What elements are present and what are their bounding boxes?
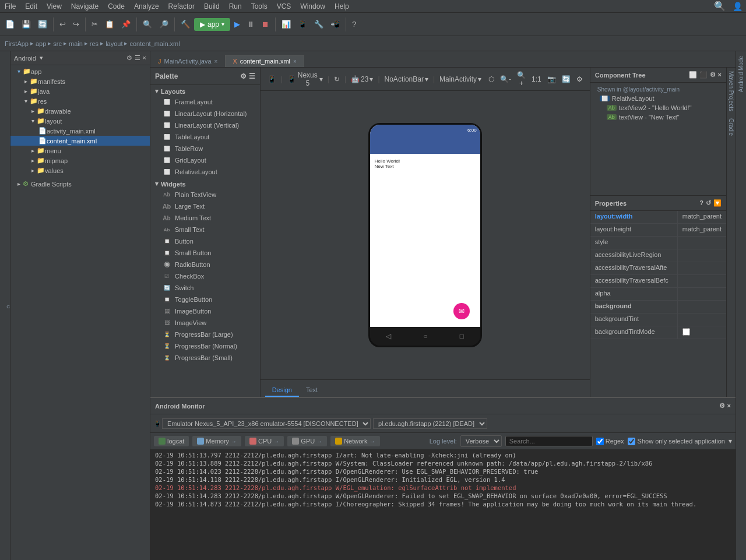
undo-btn[interactable]: ↩ <box>57 18 69 30</box>
palette-tablerow[interactable]: ⬜ TableRow <box>150 143 260 154</box>
prop-style[interactable]: style <box>590 237 726 249</box>
maven-projects-tab[interactable]: Maven Projects <box>727 68 736 115</box>
palette-relativelayout[interactable]: ⬜ RelativeLayout <box>150 166 260 178</box>
comp-item-textview2[interactable]: Ab textView2 - "Hello World!" <box>595 103 722 112</box>
palette-progressbar-normal[interactable]: ⏳ ProgressBar (Normal) <box>150 340 260 352</box>
stop-btn[interactable]: ⏹ <box>259 18 272 30</box>
find-btn[interactable]: 🔍 <box>140 18 155 30</box>
menu-view[interactable]: View <box>42 1 66 12</box>
show-only-checkbox[interactable] <box>628 438 635 445</box>
bc-layout[interactable]: layout <box>105 40 122 47</box>
comp-tree-close-icon[interactable]: × <box>718 71 722 79</box>
palette-radiobutton[interactable]: 🔘 RadioButton <box>150 259 260 270</box>
prop-layout-height[interactable]: layout:height match_parent <box>590 224 726 237</box>
close-tab-content-main[interactable]: × <box>293 58 297 65</box>
menu-navigate[interactable]: Navigate <box>66 1 103 12</box>
gpu-tab[interactable]: GPU → <box>287 436 327 446</box>
properties-help-icon[interactable]: ? <box>699 199 703 207</box>
comp-item-textview[interactable]: Ab textView - "New Text" <box>595 112 722 122</box>
comp-tree-collapse-icon[interactable]: ⬛ <box>699 71 708 79</box>
tree-item-mipmap[interactable]: ▸ 📁 mipmap <box>10 156 150 165</box>
show-only-dropdown-icon[interactable]: ▾ <box>729 437 732 445</box>
logcat-tab[interactable]: logcat <box>154 436 189 446</box>
palette-imagebutton[interactable]: 🖼 ImageButton <box>150 305 260 317</box>
prop-alpha[interactable]: alpha <box>590 288 726 301</box>
refresh-btn[interactable]: 🔄 <box>560 70 573 89</box>
paste-btn[interactable]: 📌 <box>118 18 133 30</box>
gear-icon[interactable]: ⚙ <box>126 54 132 62</box>
search-toolbar-icon[interactable]: 🔍 <box>709 0 728 13</box>
palette-checkbox[interactable]: ☑ CheckBox <box>150 270 260 282</box>
devices-btn[interactable]: 📱 <box>295 18 310 30</box>
tree-item-gradle[interactable]: ▸ ⚙ Gradle Scripts <box>10 179 150 189</box>
package-selector-dropdown[interactable]: pl.edu.agh.firstapp (2212) [DEAD] <box>373 418 487 429</box>
panel-settings-icon[interactable]: ☰ <box>135 54 140 62</box>
prop-background-tint-mode[interactable]: backgroundTintMode <box>590 326 726 339</box>
palette-imageview[interactable]: 🖼 ImageView <box>150 317 260 329</box>
preview-screen-size-btn[interactable]: 📱 <box>265 74 279 84</box>
palette-togglebutton[interactable]: 🔲 ToggleButton <box>150 294 260 305</box>
palette-progressbar-small[interactable]: ⏳ ProgressBar (Small) <box>150 352 260 364</box>
palette-settings-icon[interactable]: ⚙ <box>240 72 247 80</box>
menu-code[interactable]: Code <box>103 1 129 12</box>
zoom-in-btn[interactable]: 🔍+ <box>515 70 528 89</box>
palette-linearlayout-v[interactable]: ⬜ LinearLayout (Vertical) <box>150 119 260 131</box>
monitor-close-icon[interactable]: × <box>727 402 731 410</box>
log-search-input[interactable] <box>505 436 593 446</box>
prop-accessibility-before[interactable]: accessibilityTraversalBefc <box>590 275 726 288</box>
design-tab[interactable]: Design <box>265 384 299 397</box>
debug-btn[interactable]: ▶ <box>231 18 243 30</box>
tree-item-app[interactable]: ▾ 📁 app <box>10 66 150 76</box>
tree-item-res[interactable]: ▾ 📁 res <box>10 96 150 106</box>
comp-tree-expand-icon[interactable]: ⬜ <box>689 71 697 79</box>
properties-restore-icon[interactable]: ↺ <box>706 199 711 207</box>
preview-rotate-btn[interactable]: ↻ <box>332 74 342 84</box>
memory-tab[interactable]: Memory → <box>192 436 241 446</box>
palette-tablelayout[interactable]: ⬜ TableLayout <box>150 131 260 143</box>
new-file-btn[interactable]: 📄 <box>2 18 17 30</box>
sync-btn[interactable]: 🔄 <box>35 18 50 30</box>
tree-item-java[interactable]: ▸ 📁 java <box>10 86 150 96</box>
cut-btn[interactable]: ✂ <box>89 18 101 30</box>
palette-progressbar-large[interactable]: ⏳ ProgressBar (Large) <box>150 329 260 340</box>
copy-btn[interactable]: 📋 <box>102 18 117 30</box>
screenshot-btn[interactable]: 📷 <box>545 70 558 89</box>
cpu-tab[interactable]: CPU → <box>245 436 284 446</box>
monitor-settings-icon[interactable]: ⚙ <box>719 402 725 410</box>
background-tint-mode-checkbox[interactable] <box>682 328 690 336</box>
zoom-out-btn[interactable]: 🔍- <box>498 70 513 89</box>
palette-linearlayout-h[interactable]: ⬜ LinearLayout (Horizontal) <box>150 108 260 119</box>
text-tab[interactable]: Text <box>299 384 325 397</box>
bc-src[interactable]: src <box>53 40 62 47</box>
sdk-btn[interactable]: 🔧 <box>311 18 326 30</box>
prop-accessibility-after[interactable]: accessibilityTraversalAfte <box>590 262 726 275</box>
close-panel-icon[interactable]: × <box>143 54 146 62</box>
android-mode-tab[interactable]: Android Mode <box>737 51 745 97</box>
render-settings-btn[interactable]: ⚙ <box>574 70 585 89</box>
build-btn[interactable]: 🔨 <box>178 18 193 30</box>
bc-file[interactable]: content_main.xml <box>129 40 180 47</box>
menu-help[interactable]: Help <box>330 1 354 12</box>
tab-content-main[interactable]: X content_main.xml × <box>225 55 304 67</box>
actual-size-btn[interactable]: 1:1 <box>529 70 544 89</box>
bc-res[interactable]: res <box>90 40 98 47</box>
android-dropdown-icon[interactable]: ▾ <box>40 54 43 62</box>
menu-file[interactable]: File <box>0 1 20 12</box>
tree-item-layout[interactable]: ▾ 📁 layout <box>10 116 150 126</box>
tree-item-manifests[interactable]: ▸ 📁 manifests <box>10 76 150 86</box>
theme-btn[interactable]: NoActionBar ▾ <box>382 74 431 84</box>
palette-gridlayout[interactable]: ⬜ GridLayout <box>150 154 260 166</box>
palette-large-text[interactable]: Ab Large Text <box>150 200 260 212</box>
bc-main[interactable]: main <box>69 40 83 47</box>
tree-item-menu[interactable]: ▸ 📁 menu <box>10 146 150 156</box>
prop-accessibility-live[interactable]: accessibilityLiveRegion <box>590 249 726 262</box>
bc-firstapp[interactable]: FirstApp <box>5 40 29 47</box>
bc-app[interactable]: app <box>36 40 46 47</box>
palette-button[interactable]: 🔲 Button <box>150 235 260 247</box>
palette-medium-text[interactable]: Ab Medium Text <box>150 212 260 224</box>
device-selector-dropdown[interactable]: Emulator Nexus_5_API_23_x86 emulator-555… <box>162 418 371 429</box>
palette-framelayout[interactable]: ⬜ FrameLayout <box>150 96 260 108</box>
properties-filter-icon[interactable]: 🔽 <box>713 199 722 207</box>
close-tab-mainactivity[interactable]: × <box>214 58 218 65</box>
comp-tree-settings-icon[interactable]: ⚙ <box>710 71 716 79</box>
